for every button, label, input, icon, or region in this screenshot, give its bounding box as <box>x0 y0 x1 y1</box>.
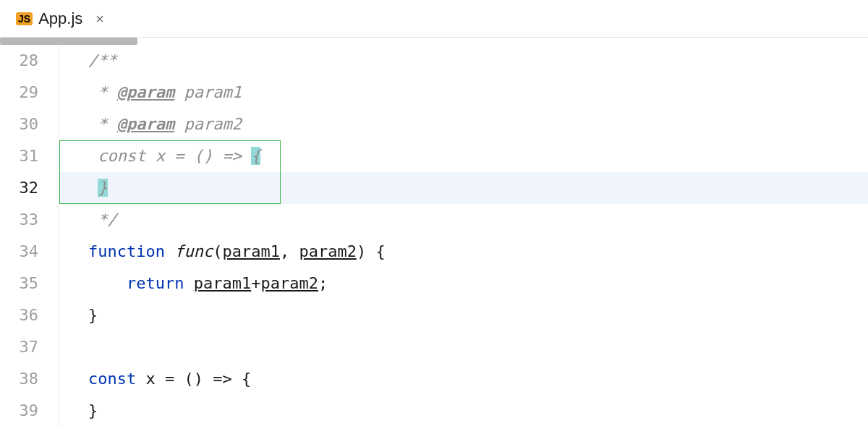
line-number: 30 <box>0 109 38 140</box>
code-line[interactable]: /** <box>88 45 868 77</box>
code-text: x = () => { <box>136 370 251 388</box>
js-file-icon: JS <box>16 12 33 25</box>
code-area[interactable]: /** * @param param1 * @param param2 cons… <box>59 45 868 427</box>
inj-pad <box>88 179 98 197</box>
line-number: 29 <box>0 77 38 109</box>
current-line-highlight <box>59 172 868 204</box>
line-number: 38 <box>0 363 38 395</box>
close-icon[interactable]: × <box>95 12 104 26</box>
comment-star: * <box>88 83 117 101</box>
horizontal-scrollbar[interactable] <box>0 38 868 45</box>
scrollbar-thumb[interactable] <box>0 38 137 45</box>
comment-open: /** <box>88 51 117 69</box>
param: param1 <box>194 274 251 292</box>
keyword: return <box>127 274 184 292</box>
file-tab[interactable]: JS App.js × <box>7 5 113 33</box>
line-number: 31 <box>0 140 38 172</box>
code-line[interactable]: return param1+param2; <box>88 268 868 299</box>
space <box>165 242 174 260</box>
line-number: 33 <box>0 204 38 236</box>
comma: , <box>280 242 299 260</box>
keyword: function <box>88 242 165 260</box>
semicolon: ; <box>318 274 328 292</box>
line-number: 32 <box>0 172 38 204</box>
space <box>184 274 193 292</box>
brace-close: } <box>98 179 107 197</box>
line-gutter: 282930313233343536373839 <box>0 45 59 427</box>
line-number: 39 <box>0 395 38 427</box>
line-number: 35 <box>0 268 38 299</box>
code-line[interactable]: } <box>88 299 868 331</box>
param: param1 <box>222 242 279 260</box>
code-line[interactable]: const x = () => { <box>88 363 868 395</box>
tab-bar: JS App.js × <box>0 0 868 38</box>
comment-star: * <box>88 115 117 133</box>
line-number: 37 <box>0 331 38 363</box>
tab-title: App.js <box>38 9 82 28</box>
line-number: 36 <box>0 299 38 331</box>
keyword: const <box>88 370 136 388</box>
code-line[interactable]: */ <box>88 204 868 236</box>
line-number: 34 <box>0 236 38 268</box>
code-line[interactable]: const x = () => { <box>88 140 868 172</box>
brace-close: } <box>88 401 98 420</box>
line-number: 28 <box>0 45 38 77</box>
function-name: func <box>174 242 213 260</box>
code-line[interactable]: * @param param1 <box>88 77 868 109</box>
param: param2 <box>260 274 318 292</box>
code-line[interactable] <box>88 331 868 363</box>
code-line[interactable]: } <box>88 395 868 427</box>
indent <box>88 274 127 292</box>
jsdoc-param: param2 <box>174 115 242 133</box>
keyword: const <box>98 147 145 165</box>
comment-close: */ <box>88 210 117 229</box>
jsdoc-tag: @param <box>117 115 174 133</box>
paren-close: ) <box>357 242 366 260</box>
jsdoc-param: param1 <box>174 83 242 101</box>
jsdoc-tag: @param <box>117 83 174 101</box>
code-line[interactable]: * @param param2 <box>88 109 868 140</box>
operator: + <box>251 274 260 292</box>
code-line[interactable]: function func(param1, param2) { <box>88 236 868 268</box>
code-text: x = () => <box>145 147 251 165</box>
brace-open: { <box>366 242 386 260</box>
inj-pad <box>88 147 98 165</box>
code-editor[interactable]: 282930313233343536373839 /** * @param pa… <box>0 45 868 427</box>
brace-open: { <box>251 147 260 165</box>
brace-close: } <box>88 306 98 324</box>
code-line-current[interactable]: } <box>88 172 868 204</box>
param: param2 <box>299 242 356 260</box>
paren-open: ( <box>213 242 222 260</box>
